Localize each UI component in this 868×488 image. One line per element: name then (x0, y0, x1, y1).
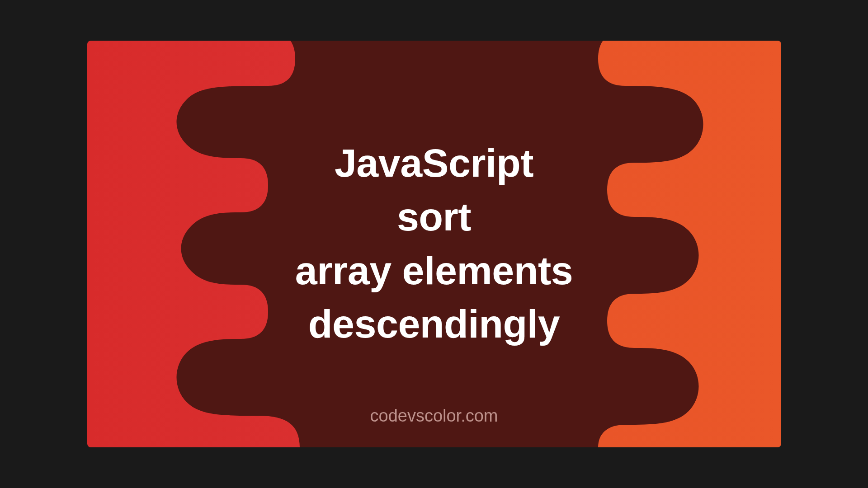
footer-attribution: codevscolor.com (370, 406, 498, 426)
main-title: JavaScript sort array elements descendin… (132, 136, 736, 351)
promo-card: JavaScript sort array elements descendin… (87, 41, 781, 447)
title-line-3: array elements (295, 248, 573, 293)
title-line-4: descendingly (308, 302, 560, 347)
content-area: JavaScript sort array elements descendin… (87, 136, 781, 351)
title-line-1: JavaScript (335, 141, 533, 185)
title-line-2: sort (397, 194, 471, 239)
